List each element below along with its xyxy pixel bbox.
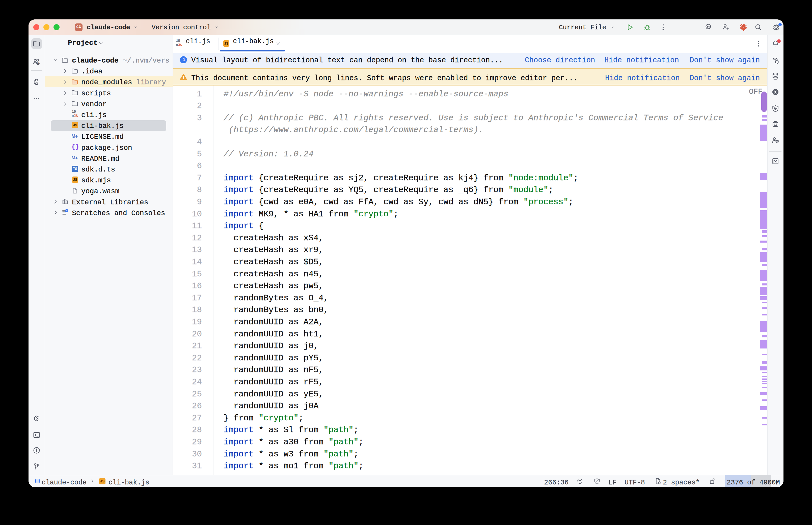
svg-text:?: ?	[37, 62, 39, 65]
svg-text:M: M	[72, 133, 75, 139]
svg-text:M: M	[72, 155, 75, 160]
